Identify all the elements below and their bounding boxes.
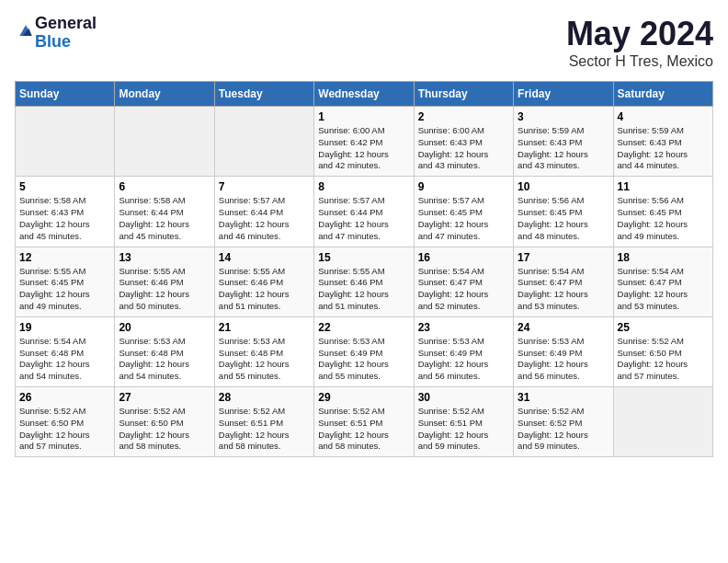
day-info: Sunrise: 5:54 AM Sunset: 6:47 PM Dayligh… xyxy=(518,266,609,313)
day-number: 23 xyxy=(418,321,509,334)
day-info: Sunrise: 5:52 AM Sunset: 6:50 PM Dayligh… xyxy=(119,406,210,453)
calendar-cell: 9Sunrise: 5:57 AM Sunset: 6:45 PM Daylig… xyxy=(414,177,513,247)
day-info: Sunrise: 5:55 AM Sunset: 6:45 PM Dayligh… xyxy=(19,266,110,313)
location-subtitle: Sector H Tres, Mexico xyxy=(566,53,713,70)
day-info: Sunrise: 5:52 AM Sunset: 6:51 PM Dayligh… xyxy=(318,406,409,453)
calendar-week-1: 1Sunrise: 6:00 AM Sunset: 6:42 PM Daylig… xyxy=(16,107,713,177)
header-row: SundayMondayTuesdayWednesdayThursdayFrid… xyxy=(16,82,713,107)
day-number: 15 xyxy=(318,251,409,264)
day-number: 24 xyxy=(518,321,609,334)
day-info: Sunrise: 5:59 AM Sunset: 6:43 PM Dayligh… xyxy=(618,125,709,172)
day-number: 13 xyxy=(119,251,210,264)
day-number: 14 xyxy=(219,251,310,264)
day-number: 21 xyxy=(219,321,310,334)
day-number: 16 xyxy=(418,251,509,264)
header-cell-wednesday: Wednesday xyxy=(314,82,414,107)
day-info: Sunrise: 5:52 AM Sunset: 6:51 PM Dayligh… xyxy=(418,406,509,453)
calendar-week-3: 12Sunrise: 5:55 AM Sunset: 6:45 PM Dayli… xyxy=(16,247,713,316)
calendar-cell: 17Sunrise: 5:54 AM Sunset: 6:47 PM Dayli… xyxy=(514,247,613,316)
day-number: 1 xyxy=(318,110,409,123)
day-info: Sunrise: 5:52 AM Sunset: 6:50 PM Dayligh… xyxy=(618,336,709,383)
calendar-cell: 30Sunrise: 5:52 AM Sunset: 6:51 PM Dayli… xyxy=(414,387,513,457)
calendar-cell: 28Sunrise: 5:52 AM Sunset: 6:51 PM Dayli… xyxy=(214,387,313,457)
day-number: 2 xyxy=(418,110,509,123)
day-info: Sunrise: 5:52 AM Sunset: 6:51 PM Dayligh… xyxy=(219,406,310,453)
day-info: Sunrise: 5:53 AM Sunset: 6:48 PM Dayligh… xyxy=(119,336,210,383)
calendar-cell: 16Sunrise: 5:54 AM Sunset: 6:47 PM Dayli… xyxy=(414,247,513,316)
day-number: 19 xyxy=(19,321,110,334)
calendar-cell: 22Sunrise: 5:53 AM Sunset: 6:49 PM Dayli… xyxy=(314,316,414,386)
calendar-cell: 1Sunrise: 6:00 AM Sunset: 6:42 PM Daylig… xyxy=(314,107,414,177)
day-info: Sunrise: 5:59 AM Sunset: 6:43 PM Dayligh… xyxy=(518,125,609,172)
day-info: Sunrise: 5:56 AM Sunset: 6:45 PM Dayligh… xyxy=(618,195,709,242)
day-info: Sunrise: 5:58 AM Sunset: 6:43 PM Dayligh… xyxy=(19,195,110,242)
calendar-cell: 4Sunrise: 5:59 AM Sunset: 6:43 PM Daylig… xyxy=(613,107,712,177)
day-info: Sunrise: 5:58 AM Sunset: 6:44 PM Dayligh… xyxy=(119,195,210,242)
calendar-cell: 24Sunrise: 5:53 AM Sunset: 6:49 PM Dayli… xyxy=(514,316,613,386)
logo-general-text: General xyxy=(35,15,97,33)
day-info: Sunrise: 5:52 AM Sunset: 6:50 PM Dayligh… xyxy=(19,406,110,453)
day-info: Sunrise: 5:56 AM Sunset: 6:45 PM Dayligh… xyxy=(518,195,609,242)
calendar-cell: 31Sunrise: 5:52 AM Sunset: 6:52 PM Dayli… xyxy=(514,387,613,457)
day-number: 29 xyxy=(318,391,409,404)
calendar-cell xyxy=(115,107,214,177)
day-number: 5 xyxy=(19,180,110,193)
calendar-table: SundayMondayTuesdayWednesdayThursdayFrid… xyxy=(15,81,713,457)
day-info: Sunrise: 6:00 AM Sunset: 6:42 PM Dayligh… xyxy=(318,125,409,172)
day-info: Sunrise: 5:55 AM Sunset: 6:46 PM Dayligh… xyxy=(318,266,409,313)
calendar-cell: 18Sunrise: 5:54 AM Sunset: 6:47 PM Dayli… xyxy=(613,247,712,316)
day-info: Sunrise: 5:53 AM Sunset: 6:49 PM Dayligh… xyxy=(518,336,609,383)
day-info: Sunrise: 5:57 AM Sunset: 6:45 PM Dayligh… xyxy=(418,195,509,242)
calendar-cell: 3Sunrise: 5:59 AM Sunset: 6:43 PM Daylig… xyxy=(514,107,613,177)
calendar-cell: 25Sunrise: 5:52 AM Sunset: 6:50 PM Dayli… xyxy=(613,316,712,386)
day-number: 9 xyxy=(418,180,509,193)
day-number: 10 xyxy=(518,180,609,193)
calendar-cell: 29Sunrise: 5:52 AM Sunset: 6:51 PM Dayli… xyxy=(314,387,414,457)
calendar-cell: 21Sunrise: 5:53 AM Sunset: 6:48 PM Dayli… xyxy=(214,316,313,386)
calendar-cell: 10Sunrise: 5:56 AM Sunset: 6:45 PM Dayli… xyxy=(514,177,613,247)
day-number: 12 xyxy=(19,251,110,264)
calendar-cell: 27Sunrise: 5:52 AM Sunset: 6:50 PM Dayli… xyxy=(115,387,214,457)
calendar-cell xyxy=(613,387,712,457)
day-number: 7 xyxy=(219,180,310,193)
day-number: 26 xyxy=(19,391,110,404)
day-number: 8 xyxy=(318,180,409,193)
calendar-cell: 12Sunrise: 5:55 AM Sunset: 6:45 PM Dayli… xyxy=(16,247,115,316)
calendar-body: 1Sunrise: 6:00 AM Sunset: 6:42 PM Daylig… xyxy=(16,107,713,457)
day-info: Sunrise: 5:55 AM Sunset: 6:46 PM Dayligh… xyxy=(119,266,210,313)
header-cell-friday: Friday xyxy=(514,82,613,107)
calendar-cell: 13Sunrise: 5:55 AM Sunset: 6:46 PM Dayli… xyxy=(115,247,214,316)
day-number: 3 xyxy=(518,110,609,123)
title-block: May 2024 Sector H Tres, Mexico xyxy=(566,15,713,70)
header-cell-saturday: Saturday xyxy=(613,82,712,107)
day-info: Sunrise: 5:54 AM Sunset: 6:47 PM Dayligh… xyxy=(618,266,709,313)
calendar-week-2: 5Sunrise: 5:58 AM Sunset: 6:43 PM Daylig… xyxy=(16,177,713,247)
calendar-header: SundayMondayTuesdayWednesdayThursdayFrid… xyxy=(16,82,713,107)
day-number: 4 xyxy=(618,110,709,123)
page-header: General Blue May 2024 Sector H Tres, Mex… xyxy=(15,15,713,70)
day-number: 22 xyxy=(318,321,409,334)
day-number: 20 xyxy=(119,321,210,334)
calendar-cell: 7Sunrise: 5:57 AM Sunset: 6:44 PM Daylig… xyxy=(214,177,313,247)
day-info: Sunrise: 5:53 AM Sunset: 6:49 PM Dayligh… xyxy=(318,336,409,383)
calendar-cell xyxy=(214,107,313,177)
day-info: Sunrise: 5:57 AM Sunset: 6:44 PM Dayligh… xyxy=(318,195,409,242)
header-cell-tuesday: Tuesday xyxy=(214,82,313,107)
day-info: Sunrise: 5:53 AM Sunset: 6:48 PM Dayligh… xyxy=(219,336,310,383)
calendar-week-4: 19Sunrise: 5:54 AM Sunset: 6:48 PM Dayli… xyxy=(16,316,713,386)
calendar-cell: 14Sunrise: 5:55 AM Sunset: 6:46 PM Dayli… xyxy=(214,247,313,316)
day-info: Sunrise: 5:54 AM Sunset: 6:47 PM Dayligh… xyxy=(418,266,509,313)
day-info: Sunrise: 6:00 AM Sunset: 6:43 PM Dayligh… xyxy=(418,125,509,172)
day-number: 11 xyxy=(618,180,709,193)
day-info: Sunrise: 5:57 AM Sunset: 6:44 PM Dayligh… xyxy=(219,195,310,242)
header-cell-monday: Monday xyxy=(115,82,214,107)
logo: General Blue xyxy=(15,15,97,52)
calendar-cell xyxy=(16,107,115,177)
header-cell-sunday: Sunday xyxy=(16,82,115,107)
day-number: 6 xyxy=(119,180,210,193)
day-number: 28 xyxy=(219,391,310,404)
day-number: 25 xyxy=(618,321,709,334)
day-info: Sunrise: 5:52 AM Sunset: 6:52 PM Dayligh… xyxy=(518,406,609,453)
day-info: Sunrise: 5:55 AM Sunset: 6:46 PM Dayligh… xyxy=(219,266,310,313)
day-number: 31 xyxy=(518,391,609,404)
